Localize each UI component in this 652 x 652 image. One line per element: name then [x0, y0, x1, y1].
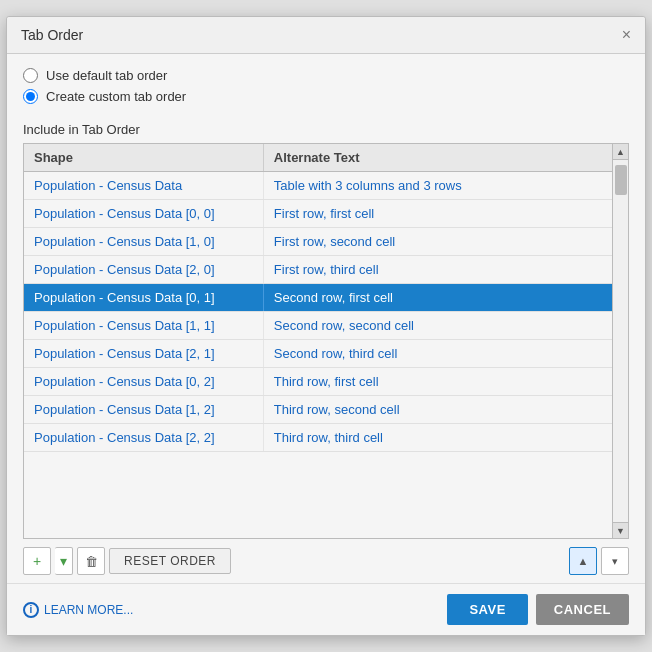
table-header: Shape Alternate Text: [24, 144, 612, 172]
table-row[interactable]: Population - Census Data [0, 1]Second ro…: [24, 284, 612, 312]
tab-order-dialog: Tab Order × Use default tab order Create…: [6, 16, 646, 636]
table-row[interactable]: Population - Census Data [2, 0]First row…: [24, 256, 612, 284]
scrollbar[interactable]: ▲ ▼: [612, 144, 628, 538]
table-row[interactable]: Population - Census Data [0, 2]Third row…: [24, 368, 612, 396]
radio-custom-input[interactable]: [23, 89, 38, 104]
cell-alt: Second row, second cell: [264, 312, 612, 339]
info-icon: i: [23, 602, 39, 618]
cell-shape: Population - Census Data [2, 1]: [24, 340, 264, 367]
delete-button[interactable]: 🗑: [77, 547, 105, 575]
add-button[interactable]: +: [23, 547, 51, 575]
cell-shape: Population - Census Data [1, 2]: [24, 396, 264, 423]
table-main: Shape Alternate Text Population - Census…: [24, 144, 612, 538]
table-row[interactable]: Population - Census DataTable with 3 col…: [24, 172, 612, 200]
scroll-up-arrow[interactable]: ▲: [613, 144, 628, 160]
cell-alt: Second row, first cell: [264, 284, 612, 311]
toolbar-row: + ▾ 🗑 RESET ORDER ▲ ▾: [23, 539, 629, 583]
table-row[interactable]: Population - Census Data [2, 1]Second ro…: [24, 340, 612, 368]
close-button[interactable]: ×: [622, 27, 631, 43]
radio-custom-label[interactable]: Create custom tab order: [46, 89, 186, 104]
cancel-button[interactable]: CANCEL: [536, 594, 629, 625]
move-down-button[interactable]: ▾: [601, 547, 629, 575]
scroll-down-arrow[interactable]: ▼: [613, 522, 628, 538]
table-row[interactable]: Population - Census Data [2, 2]Third row…: [24, 424, 612, 452]
cell-shape: Population - Census Data: [24, 172, 264, 199]
cell-alt: First row, second cell: [264, 228, 612, 255]
radio-default[interactable]: Use default tab order: [23, 68, 629, 83]
cell-shape: Population - Census Data [0, 1]: [24, 284, 264, 311]
radio-custom[interactable]: Create custom tab order: [23, 89, 629, 104]
table-row[interactable]: Population - Census Data [1, 2]Third row…: [24, 396, 612, 424]
cell-shape: Population - Census Data [0, 0]: [24, 200, 264, 227]
cell-shape: Population - Census Data [2, 0]: [24, 256, 264, 283]
table-row[interactable]: Population - Census Data [1, 1]Second ro…: [24, 312, 612, 340]
dialog-title: Tab Order: [21, 27, 83, 43]
save-button[interactable]: SAVE: [447, 594, 527, 625]
move-up-button[interactable]: ▲: [569, 547, 597, 575]
section-title: Include in Tab Order: [23, 122, 629, 137]
cell-shape: Population - Census Data [1, 0]: [24, 228, 264, 255]
title-bar: Tab Order ×: [7, 17, 645, 54]
footer-buttons: SAVE CANCEL: [447, 594, 629, 625]
table-wrapper: Shape Alternate Text Population - Census…: [23, 143, 629, 539]
dialog-body: Use default tab order Create custom tab …: [7, 54, 645, 583]
cell-shape: Population - Census Data [2, 2]: [24, 424, 264, 451]
radio-default-input[interactable]: [23, 68, 38, 83]
table-row[interactable]: Population - Census Data [0, 0]First row…: [24, 200, 612, 228]
table-body[interactable]: Population - Census DataTable with 3 col…: [24, 172, 612, 538]
cell-alt: Second row, third cell: [264, 340, 612, 367]
cell-alt: Table with 3 columns and 3 rows: [264, 172, 612, 199]
cell-shape: Population - Census Data [0, 2]: [24, 368, 264, 395]
toolbar-left: + ▾ 🗑 RESET ORDER: [23, 547, 231, 575]
toolbar-right: ▲ ▾: [569, 547, 629, 575]
table-row[interactable]: Population - Census Data [1, 0]First row…: [24, 228, 612, 256]
cell-alt: Third row, third cell: [264, 424, 612, 451]
scroll-track-area: [613, 160, 628, 522]
cell-alt: Third row, second cell: [264, 396, 612, 423]
col-header-shape: Shape: [24, 144, 264, 171]
cell-shape: Population - Census Data [1, 1]: [24, 312, 264, 339]
cell-alt: Third row, first cell: [264, 368, 612, 395]
scroll-thumb: [615, 165, 627, 195]
dialog-footer: i LEARN MORE... SAVE CANCEL: [7, 583, 645, 635]
radio-default-label[interactable]: Use default tab order: [46, 68, 167, 83]
reset-order-button[interactable]: RESET ORDER: [109, 548, 231, 574]
radio-group: Use default tab order Create custom tab …: [23, 68, 629, 110]
add-dropdown-button[interactable]: ▾: [55, 547, 73, 575]
learn-more-link[interactable]: i LEARN MORE...: [23, 602, 133, 618]
cell-alt: First row, third cell: [264, 256, 612, 283]
col-header-alt: Alternate Text: [264, 144, 612, 171]
learn-more-label: LEARN MORE...: [44, 603, 133, 617]
cell-alt: First row, first cell: [264, 200, 612, 227]
